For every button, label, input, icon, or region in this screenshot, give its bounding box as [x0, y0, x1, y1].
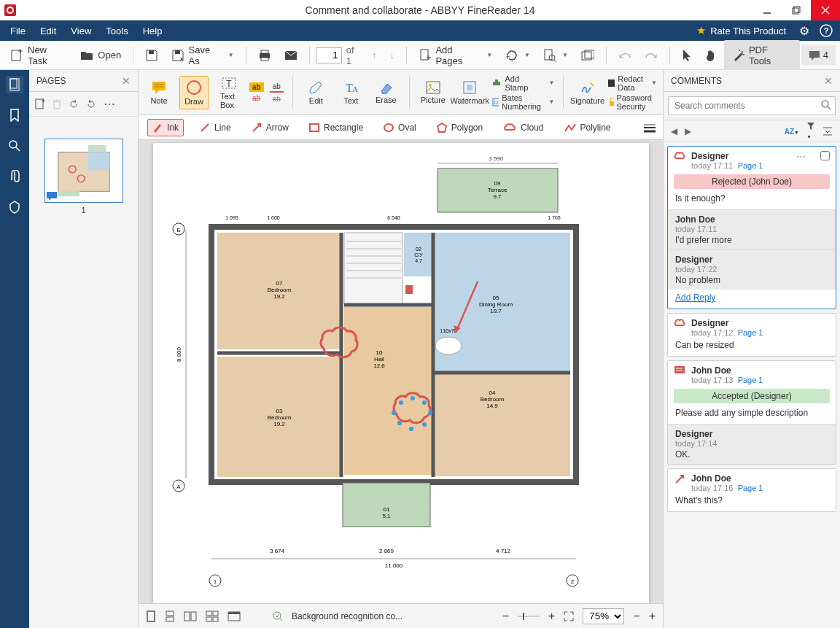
textbox-annotation[interactable] — [405, 285, 413, 294]
password-tool[interactable]: Password Security — [608, 93, 657, 111]
undo-button[interactable] — [612, 47, 637, 63]
comment-checkbox[interactable] — [820, 151, 830, 160]
zoom-out-button[interactable]: − — [502, 610, 509, 623]
print-button[interactable] — [252, 46, 277, 65]
save-button[interactable] — [139, 46, 164, 65]
menu-view[interactable]: View — [63, 20, 98, 41]
close-button[interactable] — [811, 0, 840, 20]
search-doc-button[interactable]: ▼ — [537, 46, 574, 65]
comment-count-button[interactable]: 4 — [801, 45, 836, 65]
search-icon[interactable] — [821, 100, 831, 110]
page-thumbnail[interactable] — [44, 139, 123, 203]
pointer-tool[interactable] — [676, 46, 698, 65]
prev-comment-button[interactable]: ◀ — [671, 126, 677, 136]
add-page-icon[interactable] — [35, 98, 45, 110]
view-fullscreen-icon[interactable] — [228, 611, 241, 621]
images-button[interactable] — [575, 46, 600, 65]
bates-tool[interactable]: 123Bates Numbering▼ — [492, 93, 555, 111]
save-as-button[interactable]: Save As ▼ — [166, 42, 240, 69]
draw-tool[interactable]: Draw — [179, 76, 209, 109]
expand-all-button[interactable] — [822, 127, 833, 136]
comment-page-link[interactable]: Page 1 — [738, 484, 763, 492]
comment-page-link[interactable]: Page 1 — [738, 328, 763, 337]
comment-thread[interactable]: John Doetoday 17:13 Page 1Accepted (Desi… — [667, 360, 836, 465]
rotate-left-icon[interactable] — [69, 99, 79, 109]
add-stamp-tool[interactable]: Add Stamp▼ — [492, 74, 555, 92]
more-icon[interactable]: ⋯ — [104, 97, 115, 111]
view-single-icon[interactable] — [146, 610, 156, 622]
rotate-right-icon[interactable] — [86, 99, 96, 109]
signature-tool[interactable]: Signature — [572, 77, 602, 108]
rail-attach-icon[interactable] — [6, 168, 23, 185]
rail-pages-icon[interactable] — [6, 76, 23, 93]
comment-thread[interactable]: Designertoday 17:11 Page 1⋯ Rejected (Jo… — [667, 146, 836, 309]
add-pages-button[interactable]: Add Pages ▼ — [413, 42, 498, 69]
redo-button[interactable] — [639, 47, 664, 63]
sort-button[interactable]: AZ▼ — [785, 126, 799, 136]
menu-help[interactable]: Help — [136, 20, 170, 41]
add-reply-link[interactable]: Add Reply — [675, 292, 715, 303]
next-comment-button[interactable]: ▶ — [685, 126, 691, 136]
pages-panel-close[interactable]: ✕ — [122, 75, 131, 87]
redact-tool[interactable]: Redact Data▼ — [608, 74, 657, 92]
comment-page-link[interactable]: Page 1 — [738, 376, 763, 384]
erase-tool[interactable]: Erase — [371, 78, 400, 107]
underline-tool[interactable]: ab — [270, 82, 284, 93]
zoom-in-button[interactable]: + — [548, 610, 555, 623]
prev-page-button[interactable]: ↑ — [366, 47, 383, 63]
menu-edit[interactable]: Edit — [33, 20, 63, 41]
picture-tool[interactable]: Picture — [419, 78, 448, 107]
page-number-input[interactable] — [316, 47, 342, 63]
zoom-select[interactable]: 75% — [583, 608, 624, 624]
line-tool[interactable]: Line — [195, 120, 236, 136]
settings-icon[interactable]: ⚙ — [793, 24, 815, 38]
filter-button[interactable]: ▼ — [806, 122, 815, 141]
comment-thread[interactable]: Designertoday 17:12 Page 1Can be resized — [667, 313, 836, 357]
comment-thread[interactable]: John Doetoday 17:16 Page 1What's this? — [667, 468, 836, 512]
cloud-tool[interactable]: Cloud — [499, 120, 548, 136]
zoom-minus-button[interactable]: − — [633, 610, 639, 623]
hand-tool[interactable] — [699, 46, 723, 65]
menu-tools[interactable]: Tools — [98, 20, 135, 41]
ink-tool[interactable]: Ink — [147, 119, 184, 136]
textbox-tool[interactable]: TText Box — [214, 73, 244, 112]
minimize-button[interactable] — [752, 0, 782, 20]
text-tool[interactable]: TAText — [336, 77, 365, 108]
zoom-slider[interactable] — [518, 611, 540, 621]
comment-more-icon[interactable]: ⋯ — [796, 151, 806, 162]
rail-search-icon[interactable] — [6, 137, 23, 155]
oval-tool[interactable]: Oval — [379, 120, 421, 136]
rate-product-button[interactable]: ★ Rate This Product — [689, 24, 793, 37]
next-page-button[interactable]: ↓ — [384, 47, 400, 63]
view-two-continuous-icon[interactable] — [206, 610, 219, 622]
view-two-icon[interactable] — [184, 611, 197, 621]
watermark-tool[interactable]: Watermark — [454, 77, 486, 108]
comments-panel-close[interactable]: ✕ — [824, 75, 833, 87]
new-task-button[interactable]: New Task — [4, 42, 73, 69]
arrow-tool[interactable]: Arrow — [247, 120, 293, 136]
rotate-button[interactable]: ▼ — [499, 46, 536, 65]
view-continuous-icon[interactable] — [165, 610, 175, 622]
comment-page-link[interactable]: Page 1 — [738, 161, 763, 170]
insert-text-tool[interactable]: ab — [270, 94, 284, 104]
delete-page-icon[interactable] — [52, 99, 61, 109]
document-canvas[interactable]: 3 590 09 Terrace 9.7 07 Bedroom 19.2 03 — [139, 140, 663, 603]
polyline-tool[interactable]: Polyline — [560, 120, 615, 136]
menu-file[interactable]: File — [3, 20, 33, 41]
help-icon[interactable]: ? — [815, 24, 837, 37]
highlight-tool[interactable]: ab — [249, 82, 264, 92]
pdf-tools-button[interactable]: PDF Tools — [724, 40, 800, 71]
zoom-plus-button[interactable]: + — [649, 610, 656, 623]
polygon-tool[interactable]: Polygon — [432, 120, 487, 136]
rail-bookmark-icon[interactable] — [6, 106, 23, 124]
note-tool[interactable]: Note — [144, 77, 174, 108]
rail-sign-icon[interactable] — [6, 198, 23, 216]
rectangle-tool[interactable]: Rectangle — [305, 120, 368, 136]
edit-tool[interactable]: Edit — [301, 77, 330, 108]
restore-button[interactable] — [782, 0, 811, 20]
fit-screen-button[interactable] — [564, 611, 574, 621]
email-button[interactable] — [279, 46, 303, 65]
strikethrough-tool[interactable]: ab — [249, 93, 264, 103]
open-button[interactable]: Open — [74, 46, 127, 65]
search-comments-input[interactable] — [668, 96, 836, 115]
